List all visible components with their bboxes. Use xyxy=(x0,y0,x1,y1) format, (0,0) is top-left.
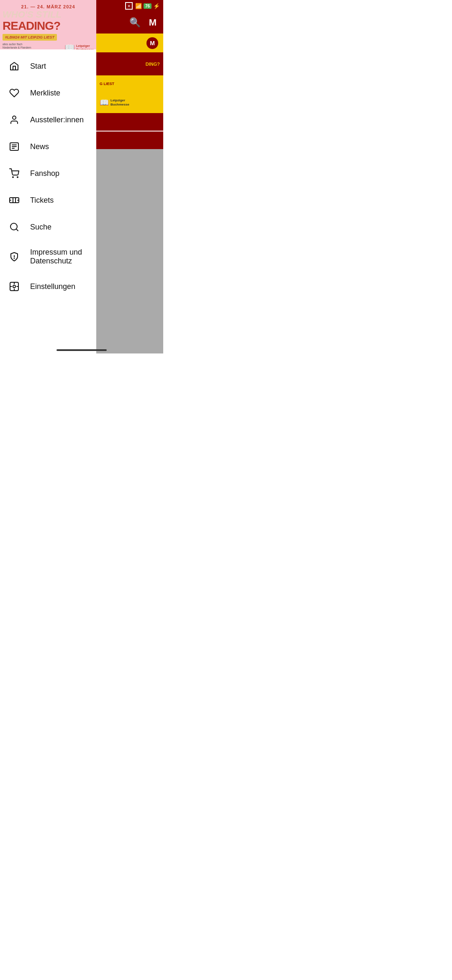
right-lbm-logo-banner: 📖 LeipzigerBuchmesse xyxy=(96,92,163,113)
right-banner-yellow: M xyxy=(96,34,163,52)
settings-icon xyxy=(8,281,20,292)
background-app: 🔍 M M DING? G LIEST 📖 LeipzigerBuchmesse xyxy=(96,0,163,353)
right-lbm-logo: 📖 LeipzigerBuchmesse xyxy=(100,98,129,107)
shield-icon xyxy=(8,251,20,263)
svg-point-17 xyxy=(13,285,15,288)
banner-header: 21. — 24. MÄRZ 2024 WHO'S STILL READING?… xyxy=(0,0,96,49)
menu-item-suche[interactable]: Suche xyxy=(0,214,96,240)
right-logo-icon: M xyxy=(149,17,157,28)
right-reading-text: DING? xyxy=(146,62,160,67)
menu-label-merkliste: Merkliste xyxy=(30,89,60,98)
menu-label-impressum: Impressum und Datenschutz xyxy=(30,248,88,266)
right-gray-area xyxy=(96,149,163,353)
menu-label-fanshop: Fanshop xyxy=(30,169,59,178)
wifi-icon: 📶 xyxy=(135,3,142,9)
menu-items-list: Start Merkliste Aussteller:innen xyxy=(0,49,96,353)
menu-item-news[interactable]: News xyxy=(0,133,96,160)
menu-label-einstellungen: Einstellungen xyxy=(30,282,75,291)
svg-point-15 xyxy=(14,258,15,259)
banner-bottom: alles außer flachNiederlande & FlandernG… xyxy=(0,42,96,49)
right-lbm-text: LeipzigerBuchmesse xyxy=(110,98,129,106)
status-bar: ✕ 📶 76 ⚡ xyxy=(96,0,163,12)
battery-badge: 76 xyxy=(144,3,152,9)
lbm-book-icon: 📖 xyxy=(64,43,75,49)
alles-ausser-text: alles außer flachNiederlande & FlandernG… xyxy=(3,43,44,49)
svg-point-5 xyxy=(13,177,13,178)
right-banner-red-1: DING? xyxy=(96,52,163,75)
svg-point-6 xyxy=(17,177,18,178)
banner-subtitle: #LBM24 MIT LEIPZIG LIEST xyxy=(3,34,57,41)
right-m-badge: M xyxy=(146,37,158,49)
menu-item-einstellungen[interactable]: Einstellungen xyxy=(0,273,96,300)
menu-label-news: News xyxy=(30,142,49,151)
right-book-icon: 📖 xyxy=(100,98,109,107)
menu-label-aussteller: Aussteller:innen xyxy=(30,116,84,124)
right-liest-text: G LIEST xyxy=(100,82,114,86)
menu-label-start: Start xyxy=(30,62,46,71)
heart-icon xyxy=(8,87,20,99)
status-icons: 📶 76 ⚡ xyxy=(135,3,160,9)
home-icon xyxy=(8,60,20,72)
lbm-name: LeipzigerBuchmesse xyxy=(76,44,94,49)
charging-icon: ⚡ xyxy=(153,3,160,9)
menu-panel: 21. — 24. MÄRZ 2024 WHO'S STILL READING?… xyxy=(0,0,96,353)
menu-item-merkliste[interactable]: Merkliste xyxy=(0,80,96,106)
right-red-block-2 xyxy=(96,132,163,149)
menu-item-aussteller[interactable]: Aussteller:innen xyxy=(0,106,96,133)
banner-date: 21. — 24. MÄRZ 2024 xyxy=(0,0,96,9)
menu-label-tickets: Tickets xyxy=(30,196,54,205)
svg-point-0 xyxy=(13,116,16,119)
menu-label-suche: Suche xyxy=(30,223,51,232)
cart-icon xyxy=(8,168,20,179)
right-red-block-1 xyxy=(96,113,163,131)
lbm-logo: 📖 LeipzigerBuchmesse xyxy=(64,43,94,49)
right-search-icon: 🔍 xyxy=(129,17,141,28)
menu-item-impressum[interactable]: Impressum und Datenschutz xyxy=(0,240,96,273)
right-banner-yellow-2: G LIEST xyxy=(96,75,163,92)
banner-whos: WHO'S STILL xyxy=(3,10,62,19)
news-icon xyxy=(8,141,20,152)
home-indicator xyxy=(56,349,107,351)
menu-item-tickets[interactable]: Tickets xyxy=(0,187,96,214)
menu-item-start[interactable]: Start xyxy=(0,53,96,80)
banner-main-text: WHO'S STILL xyxy=(0,9,96,19)
person-icon xyxy=(8,114,20,126)
ticket-icon xyxy=(8,194,20,206)
close-button[interactable]: ✕ xyxy=(125,2,133,10)
menu-item-fanshop[interactable]: Fanshop xyxy=(0,160,96,187)
banner-reading: READING? xyxy=(0,19,96,33)
search-icon xyxy=(8,221,20,233)
svg-line-13 xyxy=(16,229,18,231)
